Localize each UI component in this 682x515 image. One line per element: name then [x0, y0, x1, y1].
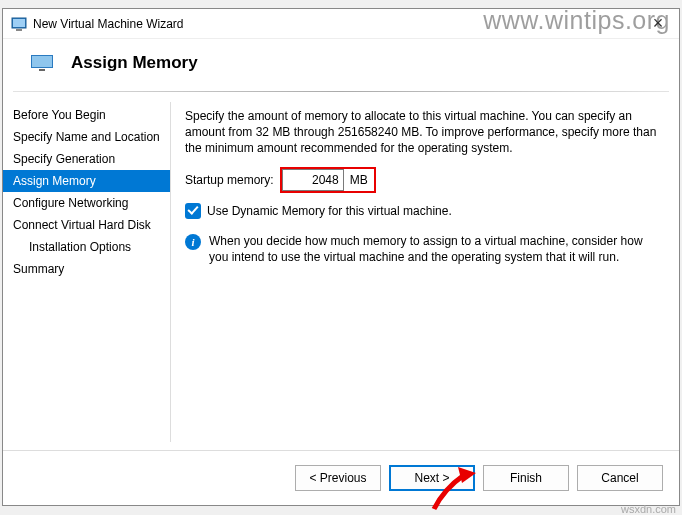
next-button[interactable]: Next >	[389, 465, 475, 491]
window-title: New Virtual Machine Wizard	[33, 17, 184, 31]
dynamic-memory-row[interactable]: Use Dynamic Memory for this virtual mach…	[185, 203, 661, 219]
watermark-top: www.wintips.org	[483, 6, 670, 35]
content-area: Before You Begin Specify Name and Locati…	[3, 92, 679, 450]
step-installation-options[interactable]: Installation Options	[3, 236, 170, 258]
step-before-you-begin[interactable]: Before You Begin	[3, 104, 170, 126]
step-configure-networking[interactable]: Configure Networking	[3, 192, 170, 214]
step-specify-generation[interactable]: Specify Generation	[3, 148, 170, 170]
wizard-header: Assign Memory	[3, 39, 679, 91]
watermark-bottom: wsxdn.com	[621, 503, 676, 515]
wizard-steps-sidebar: Before You Begin Specify Name and Locati…	[3, 102, 171, 442]
previous-button[interactable]: < Previous	[295, 465, 381, 491]
svg-rect-1	[13, 19, 25, 27]
startup-memory-label: Startup memory:	[185, 173, 274, 187]
finish-button[interactable]: Finish	[483, 465, 569, 491]
monitor-icon	[31, 55, 53, 71]
info-text: When you decide how much memory to assig…	[209, 233, 661, 265]
step-assign-memory[interactable]: Assign Memory	[3, 170, 170, 192]
wizard-dialog: New Virtual Machine Wizard × Assign Memo…	[2, 8, 680, 506]
step-connect-virtual-hard-disk[interactable]: Connect Virtual Hard Disk	[3, 214, 170, 236]
svg-rect-4	[32, 56, 52, 67]
main-panel: Specify the amount of memory to allocate…	[171, 102, 679, 442]
page-title: Assign Memory	[71, 53, 198, 73]
info-row: i When you decide how much memory to ass…	[185, 233, 661, 265]
startup-memory-row: Startup memory: MB	[185, 167, 661, 193]
dynamic-memory-label: Use Dynamic Memory for this virtual mach…	[207, 204, 452, 218]
app-icon	[11, 16, 27, 32]
memory-description: Specify the amount of memory to allocate…	[185, 108, 661, 157]
footer: < Previous Next > Finish Cancel	[3, 450, 679, 505]
step-summary[interactable]: Summary	[3, 258, 170, 280]
startup-memory-highlight: MB	[280, 167, 376, 193]
svg-rect-5	[39, 69, 45, 71]
startup-memory-unit: MB	[344, 173, 374, 187]
step-specify-name-location[interactable]: Specify Name and Location	[3, 126, 170, 148]
info-icon: i	[185, 234, 201, 250]
startup-memory-input[interactable]	[282, 169, 344, 191]
svg-rect-2	[16, 29, 22, 31]
checkbox-checked-icon	[185, 203, 201, 219]
cancel-button[interactable]: Cancel	[577, 465, 663, 491]
